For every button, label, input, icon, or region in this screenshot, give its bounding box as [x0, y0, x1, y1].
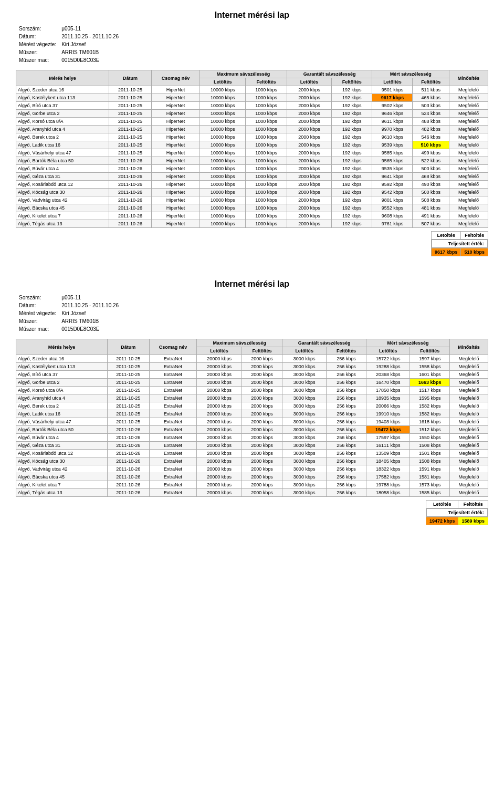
table-row: 256 kbps [327, 450, 366, 457]
table-row: Megfelelő [450, 371, 488, 379]
totals-table-1: Letöltés Feltöltés Teljesített érték: 96… [431, 231, 488, 256]
table-row: 2011-10-26 [108, 473, 150, 481]
table-row: Algyő, Ladik utca 16 [16, 141, 109, 149]
tot-letoltes-label-2: Letöltés [426, 501, 458, 508]
table-row: 2000 kbps [287, 165, 331, 173]
table-row: 2011-10-26 [108, 481, 150, 489]
table-row: 2000 kbps [242, 394, 282, 402]
table-row: Algyő, Kastélykert utca 113 [16, 363, 108, 371]
table-row: 2000 kbps [242, 442, 282, 450]
table-row: Algyő, Vásárhelyi utca 47 [16, 149, 109, 157]
table-row: 192 kbps [332, 189, 372, 196]
col-gar-savszelesseg-1: Garantált sávszélesség [287, 70, 372, 78]
table-row: 2011-10-26 [108, 489, 150, 497]
table-row: 9611 kbps [372, 118, 413, 126]
tot-feltoltes-val-2: 1589 kbps [458, 517, 488, 525]
table-row: Algyő, Szeder utca 16 [16, 355, 108, 363]
sorszam-label-2: Sorszám: [17, 294, 58, 301]
col-minosites-2: Minősítés [450, 339, 488, 355]
table-row: 1000 kbps [246, 126, 287, 133]
table-row: HiperNet [151, 173, 200, 181]
col-gar-savszelesseg-2: Garantált sávszélesség [282, 339, 366, 347]
table-row: 19910 kbps [366, 410, 410, 418]
table-row: HiperNet [151, 133, 200, 141]
table-row: 20000 kbps [197, 355, 242, 363]
table-row: 1601 kbps [410, 371, 450, 379]
table-row: Megfelelő [449, 86, 488, 94]
data-table-2: Mérés helye Dátum Csomag név Maximum sáv… [16, 339, 488, 497]
muszer-mac-label-1: Műszer mac: [17, 57, 58, 64]
table-row: Algyő, Aranyhíd utca 4 [16, 394, 108, 402]
muszer-mac-value-1: 0015D0E8C03E [59, 57, 121, 64]
table-row: Algyő, Aranyhíd utca 4 [16, 126, 109, 133]
table-row: 507 kbps [413, 220, 449, 228]
table-row: 256 kbps [327, 387, 366, 394]
sorszam-value-1: μ005-11 [59, 25, 121, 32]
table-row: 2000 kbps [287, 181, 331, 189]
col-mert-savszelesseg-2: Mért sávszélesség [366, 339, 450, 347]
table-row: ExtraNet [149, 434, 197, 442]
table-row: 1663 kbps [410, 379, 450, 387]
table-row: 522 kbps [413, 157, 449, 165]
sub-feltoltes-mert-2: Feltöltés [410, 347, 450, 355]
table-row: HiperNet [151, 165, 200, 173]
table-row: 256 kbps [327, 473, 366, 481]
table-row: 20000 kbps [197, 402, 242, 410]
table-row: 2011-10-25 [109, 126, 152, 133]
table-row: 2011-10-25 [108, 387, 150, 394]
table-row: 10000 kbps [200, 94, 246, 102]
table-row: HiperNet [151, 157, 200, 165]
table-row: 2000 kbps [242, 457, 282, 465]
table-row: 10000 kbps [200, 133, 246, 141]
table-row: 1512 kbps [410, 426, 450, 434]
tot-text-1: Teljesített érték: [431, 240, 488, 248]
sorszam-label-1: Sorszám: [17, 25, 58, 32]
col-mert-savszelesseg-1: Mért sávszélesség [372, 70, 449, 78]
table-row: Algyő, Korsó utca 8/A [16, 118, 109, 126]
table-row: HiperNet [151, 181, 200, 189]
col-csomag-1: Csomag név [151, 70, 200, 86]
table-row: ExtraNet [149, 371, 197, 379]
table-row: HiperNet [151, 110, 200, 118]
table-row: 17597 kbps [366, 434, 410, 442]
table-row: 9539 kbps [372, 141, 413, 149]
tot-feltoltes-label-1: Feltöltés [461, 232, 488, 240]
table-row: 9501 kbps [372, 86, 413, 94]
table-row: 2000 kbps [287, 86, 331, 94]
table-row: 491 kbps [413, 212, 449, 220]
sub-feltoltes-gar-1: Feltöltés [332, 78, 372, 86]
table-row: Megfelelő [449, 141, 488, 149]
table-row: 1000 kbps [246, 189, 287, 196]
table-row: 2011-10-25 [109, 133, 152, 141]
table-row: 10000 kbps [200, 196, 246, 204]
table-row: 192 kbps [332, 94, 372, 102]
tot-label-text-2: Teljesített érték: [426, 509, 487, 517]
table-row: 1000 kbps [246, 204, 287, 212]
table-row: Megfelelő [449, 94, 488, 102]
totals-row-1: Letöltés Feltöltés Teljesített érték: 96… [16, 231, 488, 256]
table-row: 9761 kbps [372, 220, 413, 228]
datum-value-2: 2011.10.25 - 2011.10.26 [59, 302, 121, 309]
table-row: 10000 kbps [200, 86, 246, 94]
table-row: 2011-10-25 [109, 102, 152, 110]
table-row: 192 kbps [332, 149, 372, 157]
table-row: Algyő, Géza utca 31 [16, 173, 109, 181]
sub-letoltes-mert-2: Letöltés [366, 347, 410, 355]
table-row: Algyő, Géza utca 31 [16, 442, 108, 450]
table-row: 2000 kbps [287, 212, 331, 220]
table-row: ExtraNet [149, 442, 197, 450]
table-row: 256 kbps [327, 481, 366, 489]
table-row: 256 kbps [327, 355, 366, 363]
table-row: Algyő, Kócság utca 30 [16, 189, 109, 196]
table-row: 2000 kbps [242, 418, 282, 426]
table-row: 465 kbps [413, 94, 449, 102]
data-table-1: Mérés helye Dátum Csomag név Maximum sáv… [16, 70, 488, 228]
table-row: 2000 kbps [287, 220, 331, 228]
table-row: 546 kbps [413, 133, 449, 141]
table-row: 1000 kbps [246, 94, 287, 102]
table-row: 192 kbps [332, 196, 372, 204]
table-row: 2011-10-26 [109, 173, 152, 181]
table-row: 9970 kbps [372, 126, 413, 133]
table-row: 20000 kbps [197, 457, 242, 465]
table-row: Megfelelő [449, 204, 488, 212]
